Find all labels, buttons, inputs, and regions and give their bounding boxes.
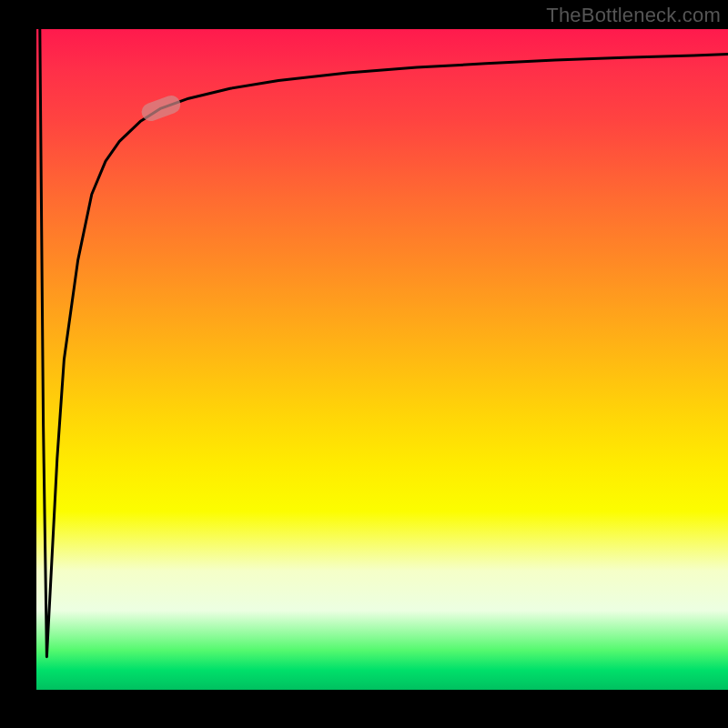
chart-root: TheBottleneck.com — [0, 0, 728, 728]
plot-area — [36, 29, 728, 690]
curve-svg — [36, 29, 728, 690]
bottleneck-curve — [40, 29, 728, 657]
frame-bottom — [0, 690, 728, 728]
watermark-text: TheBottleneck.com — [546, 4, 721, 27]
frame-left — [0, 0, 36, 728]
